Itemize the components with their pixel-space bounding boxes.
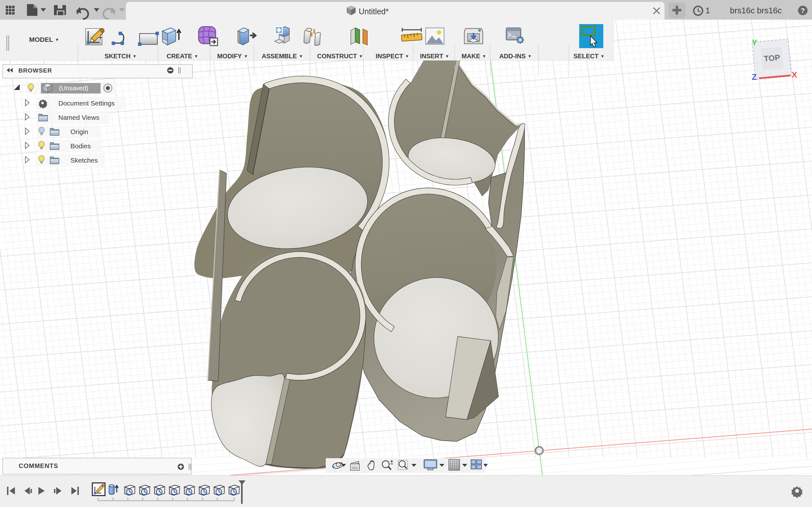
svg-text:Z: Z bbox=[752, 72, 757, 82]
svg-text:X: X bbox=[792, 70, 798, 79]
svg-text:Y: Y bbox=[752, 38, 757, 47]
svg-text:+: + bbox=[333, 464, 335, 469]
svg-text:Untitled*: Untitled* bbox=[359, 7, 389, 16]
svg-text:TOP: TOP bbox=[763, 53, 780, 63]
svg-text:?: ? bbox=[801, 7, 805, 14]
